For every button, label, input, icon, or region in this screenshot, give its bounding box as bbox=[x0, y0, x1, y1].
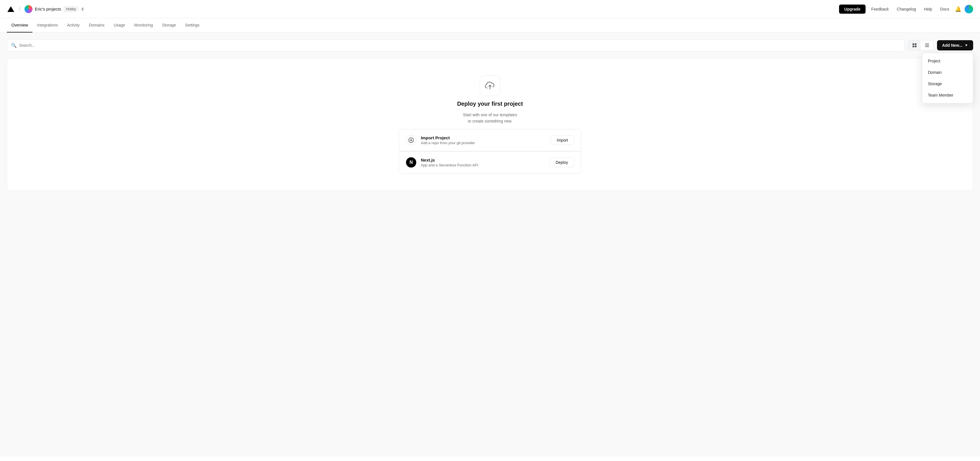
logo-triangle bbox=[7, 6, 14, 12]
list-view-button[interactable] bbox=[921, 40, 933, 50]
tab-monitoring[interactable]: Monitoring bbox=[130, 18, 158, 32]
nextjs-title: Next.js bbox=[421, 158, 545, 163]
svg-rect-1 bbox=[915, 43, 916, 45]
grid-icon bbox=[912, 43, 917, 48]
deploy-cloud-icon bbox=[485, 81, 495, 91]
dropdown-item-domain[interactable]: Domain bbox=[922, 67, 973, 78]
nextjs-card: N Next.js App and a Serverless Function … bbox=[399, 151, 581, 174]
tab-integrations[interactable]: Integrations bbox=[32, 18, 62, 32]
main-content: 🔍 Add New... bbox=[0, 32, 980, 456]
add-new-chevron-icon: ▼ bbox=[965, 43, 968, 47]
view-toggle bbox=[908, 40, 934, 50]
nextjs-subtitle: App and a Serverless Function API bbox=[421, 163, 545, 167]
svg-rect-5 bbox=[925, 45, 929, 46]
import-project-title: Import Project bbox=[421, 136, 546, 140]
add-new-wrap: Add New... ▼ Project Domain Storage Team… bbox=[937, 40, 973, 50]
project-name: Eric's projects bbox=[35, 6, 61, 11]
changelog-button[interactable]: Changelog bbox=[894, 6, 918, 13]
dropdown-item-team-member[interactable]: Team Member bbox=[922, 89, 973, 101]
import-project-subtitle: Add a repo from your git provider bbox=[421, 141, 546, 145]
import-project-text: Import Project Add a repo from your git … bbox=[421, 136, 546, 145]
upgrade-button[interactable]: Upgrade bbox=[839, 5, 865, 14]
empty-title: Deploy your first project bbox=[457, 100, 523, 107]
plan-badge: Hobby bbox=[64, 6, 79, 12]
import-button[interactable]: Import bbox=[550, 136, 574, 145]
project-switcher-chevron[interactable] bbox=[81, 7, 84, 11]
docs-button[interactable]: Docs bbox=[938, 6, 951, 13]
breadcrumb-slash: / bbox=[19, 5, 21, 13]
tab-overview[interactable]: Overview bbox=[7, 18, 32, 32]
svg-rect-3 bbox=[915, 46, 916, 47]
logo[interactable] bbox=[7, 5, 15, 13]
empty-subtitle: Start with one of our templates or creat… bbox=[463, 112, 517, 124]
user-avatar[interactable] bbox=[965, 5, 973, 13]
import-project-icon bbox=[406, 135, 416, 145]
svg-rect-0 bbox=[913, 43, 914, 45]
dropdown-item-project[interactable]: Project bbox=[922, 55, 973, 67]
help-button[interactable]: Help bbox=[922, 6, 934, 13]
actions-bar: 🔍 Add New... bbox=[7, 39, 973, 51]
svg-rect-6 bbox=[925, 46, 929, 47]
add-new-dropdown: Project Domain Storage Team Member bbox=[922, 53, 973, 104]
top-nav: / Eric's projects Hobby Upgrade Feedback… bbox=[0, 0, 980, 18]
tab-settings[interactable]: Settings bbox=[180, 18, 204, 32]
action-cards: Import Project Add a repo from your git … bbox=[399, 129, 581, 174]
search-wrap: 🔍 bbox=[7, 39, 905, 51]
nextjs-icon: N bbox=[406, 157, 416, 167]
deploy-button[interactable]: Deploy bbox=[549, 158, 574, 167]
svg-rect-4 bbox=[925, 44, 929, 44]
search-icon: 🔍 bbox=[11, 43, 17, 48]
grid-view-button[interactable] bbox=[908, 40, 921, 50]
import-project-card: Import Project Add a repo from your git … bbox=[399, 129, 581, 151]
search-input[interactable] bbox=[19, 43, 900, 48]
upload-icon-wrap bbox=[480, 75, 500, 96]
list-icon bbox=[925, 43, 929, 48]
feedback-button[interactable]: Feedback bbox=[869, 6, 891, 13]
add-new-label: Add New... bbox=[942, 43, 963, 48]
tab-bar: Overview Integrations Activity Domains U… bbox=[0, 18, 980, 32]
empty-state-card: Deploy your first project Start with one… bbox=[7, 58, 973, 191]
dropdown-item-storage[interactable]: Storage bbox=[922, 78, 973, 89]
project-identity[interactable]: Eric's projects Hobby bbox=[24, 5, 84, 13]
tab-usage[interactable]: Usage bbox=[109, 18, 130, 32]
tab-domains[interactable]: Domains bbox=[84, 18, 109, 32]
add-new-button[interactable]: Add New... ▼ bbox=[937, 40, 973, 50]
nextjs-text: Next.js App and a Serverless Function AP… bbox=[421, 158, 545, 167]
svg-rect-2 bbox=[913, 46, 914, 47]
notifications-icon[interactable]: 🔔 bbox=[955, 6, 961, 12]
tab-storage[interactable]: Storage bbox=[158, 18, 180, 32]
avatar bbox=[24, 5, 32, 13]
tab-activity[interactable]: Activity bbox=[63, 18, 84, 32]
